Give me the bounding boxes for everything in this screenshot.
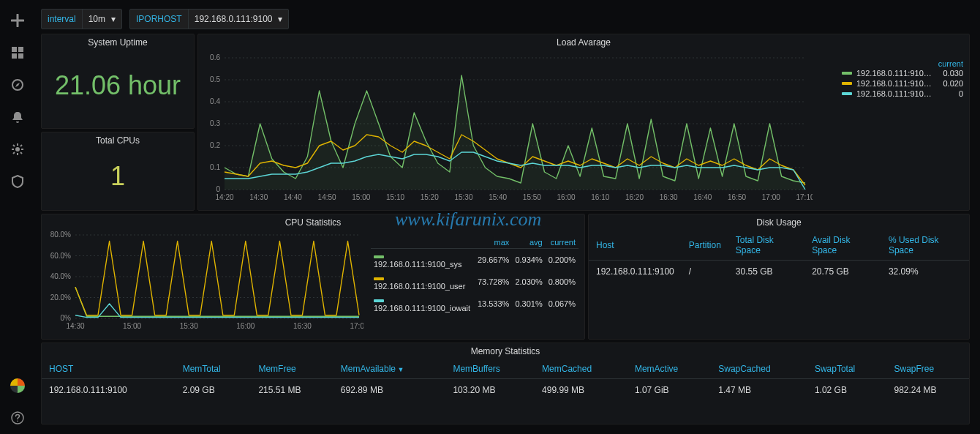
add-icon[interactable]: [6, 9, 29, 32]
table-header[interactable]: MemTotal: [176, 359, 252, 379]
legend-current-value: 0.020: [934, 79, 963, 88]
legend-swatch: [374, 299, 384, 302]
table-header[interactable]: Total Disk Space: [728, 231, 804, 261]
panel-load-average[interactable]: Load Avarage 00.10.20.30.40.50.614:2014:…: [197, 34, 970, 211]
legend-row[interactable]: 192.168.0.111:9100_1m0.030: [842, 68, 963, 78]
var-interval-value[interactable]: 10m▾: [82, 10, 121, 29]
table-header[interactable]: MemAvailable: [333, 359, 446, 379]
svg-text:0.1: 0.1: [210, 163, 220, 171]
legend-current: 0.200%: [546, 249, 578, 272]
uptime-value: 21.06 hour: [42, 50, 194, 121]
panel-disk-usage[interactable]: Disk Usage HostPartitionTotal Disk Space…: [588, 214, 970, 340]
panel-title: Total CPUs: [42, 132, 194, 149]
legend-row[interactable]: 192.168.0.111:9100_5m0.020: [842, 78, 963, 89]
table-header[interactable]: SwapCached: [711, 359, 807, 379]
svg-rect-1: [18, 47, 23, 52]
var-iporhost-value[interactable]: 192.168.0.111:9100▾: [188, 10, 289, 29]
legend-row[interactable]: 192.168.0.111:9100_sys29.667%0.934%0.200…: [371, 249, 578, 272]
svg-text:17:10: 17:10: [796, 193, 813, 201]
table-header[interactable]: MemActive: [627, 359, 711, 379]
svg-text:16:50: 16:50: [728, 193, 746, 201]
load-chart: 00.10.20.30.40.50.614:2014:3014:4014:501…: [198, 50, 813, 204]
config-icon[interactable]: [6, 138, 29, 161]
svg-text:20.0%: 20.0%: [50, 293, 71, 302]
table-cell: 32.09%: [881, 261, 969, 283]
svg-rect-2: [12, 53, 17, 59]
admin-icon[interactable]: [6, 170, 29, 193]
legend-swatch: [842, 82, 852, 85]
table-header[interactable]: SwapTotal: [807, 359, 887, 379]
table-header[interactable]: HOST: [42, 359, 176, 379]
help-icon[interactable]: [6, 406, 29, 430]
svg-text:0: 0: [216, 185, 220, 193]
table-row[interactable]: 192.168.0.111:9100/30.55 GB20.75 GB32.09…: [589, 261, 969, 283]
svg-text:60.0%: 60.0%: [50, 252, 71, 260]
panel-total-cpus[interactable]: Total CPUs 1: [41, 132, 195, 211]
org-logo-icon[interactable]: [6, 374, 29, 397]
chevron-down-icon: ▾: [278, 14, 282, 24]
table-cell: 192.168.0.111:9100: [42, 379, 176, 402]
table-cell: 692.89 MB: [333, 379, 446, 402]
panel-system-uptime[interactable]: System Uptime 21.06 hour: [41, 34, 195, 129]
svg-text:17:00: 17:00: [350, 322, 363, 330]
table-header[interactable]: Partition: [682, 231, 728, 261]
svg-text:15:50: 15:50: [523, 193, 541, 201]
table-cell: 215.51 MB: [251, 379, 333, 402]
panel-cpu-statistics[interactable]: CPU Statistics 0%20.0%40.0%60.0%80.0%14:…: [41, 214, 585, 340]
svg-text:80.0%: 80.0%: [50, 231, 71, 239]
svg-text:14:30: 14:30: [249, 193, 268, 201]
table-row[interactable]: 192.168.0.111:91002.09 GB215.51 MB692.89…: [42, 379, 969, 402]
legend-swatch: [842, 92, 852, 95]
panel-title: Load Avarage: [198, 34, 969, 50]
cpu-chart: 0%20.0%40.0%60.0%80.0%14:3015:0015:3016:…: [42, 231, 363, 333]
table-header[interactable]: MemFree: [251, 359, 333, 379]
dashboards-icon[interactable]: [6, 41, 29, 64]
legend-series-name: 192.168.0.111:9100_sys: [374, 260, 462, 269]
table-header[interactable]: MemBuffers: [445, 359, 535, 379]
explore-icon[interactable]: [6, 73, 29, 97]
panel-memory-statistics[interactable]: Memory Statistics HOSTMemTotalMemFreeMem…: [41, 343, 970, 424]
table-header[interactable]: Avail Disk Space: [804, 231, 881, 261]
table-header[interactable]: MemCached: [535, 359, 627, 379]
svg-text:0.6: 0.6: [210, 53, 220, 61]
legend-max: 29.667%: [475, 249, 512, 272]
table-header[interactable]: SwapFree: [886, 359, 969, 379]
legend-col-max[interactable]: max: [475, 236, 512, 249]
svg-text:14:40: 14:40: [284, 193, 302, 201]
disk-table: HostPartitionTotal Disk SpaceAvail Disk …: [589, 231, 969, 283]
svg-text:14:30: 14:30: [66, 322, 84, 330]
svg-text:40.0%: 40.0%: [50, 272, 71, 280]
legend-col-avg[interactable]: avg: [512, 236, 545, 249]
legend-series-name: 192.168.0.111:9100_15m: [856, 89, 934, 98]
legend-row[interactable]: 192.168.0.111:9100_iowait13.533%0.301%0.…: [371, 293, 578, 315]
legend-row[interactable]: 192.168.0.111:9100_15m0: [842, 89, 963, 99]
svg-text:15:00: 15:00: [123, 322, 141, 330]
cpus-value: 1: [42, 149, 194, 204]
template-var-toolbar: interval 10m▾ IPORHOST 192.168.0.111:910…: [41, 7, 289, 31]
legend-avg: 2.030%: [512, 271, 545, 293]
table-cell: 1.02 GB: [807, 379, 887, 402]
table-header[interactable]: Host: [589, 231, 682, 261]
svg-text:14:50: 14:50: [318, 193, 336, 201]
table-cell: 982.24 MB: [886, 379, 969, 402]
svg-text:15:00: 15:00: [352, 193, 370, 201]
svg-text:16:40: 16:40: [693, 193, 712, 201]
alerting-icon[interactable]: [6, 105, 29, 129]
var-iporhost[interactable]: IPORHOST 192.168.0.111:9100▾: [129, 9, 289, 29]
svg-text:15:10: 15:10: [386, 193, 404, 201]
table-cell: 192.168.0.111:9100: [589, 261, 682, 283]
table-cell: 20.75 GB: [804, 261, 881, 283]
legend-current-value: 0: [934, 89, 963, 98]
legend-avg: 0.934%: [512, 249, 545, 272]
table-header[interactable]: % Used Disk Space: [881, 231, 969, 261]
legend-row[interactable]: 192.168.0.111:9100_user73.728%2.030%0.80…: [371, 271, 578, 293]
legend-col-current[interactable]: current: [546, 236, 578, 249]
table-cell: 1.47 MB: [711, 379, 807, 402]
cpu-legend: max avg current 192.168.0.111:9100_sys29…: [371, 236, 578, 315]
var-interval[interactable]: interval 10m▾: [41, 9, 122, 29]
legend-max: 73.728%: [475, 271, 512, 293]
svg-text:15:40: 15:40: [489, 193, 507, 201]
panel-title: CPU Statistics: [42, 214, 584, 231]
svg-text:15:20: 15:20: [421, 193, 439, 201]
svg-point-5: [15, 147, 20, 151]
